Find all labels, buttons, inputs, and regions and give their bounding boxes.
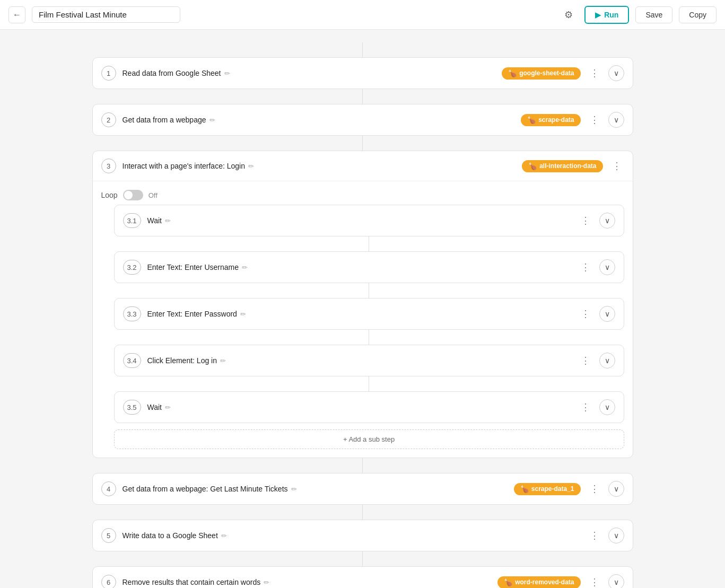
step-header-1: 1 Read data from Google Sheet ✏ 🍗 google… — [93, 58, 633, 89]
step-title-2: Get data from a webpage ✏ — [123, 116, 515, 124]
step-badge-3: 🍗 all-interaction-data — [522, 160, 602, 172]
run-icon: ▶ — [595, 11, 601, 19]
sub-step-header-3-4: 3.4 Click Element: Log in ✏ ⋮ ∨ — [115, 345, 624, 376]
step-title-6: Remove results that contain certain word… — [123, 578, 492, 586]
step-title-4: Get data from a webpage: Get Last Minute… — [123, 485, 508, 493]
step-title-3: Interact with a page's interface: Login … — [123, 162, 516, 170]
badge-icon-6: 🍗 — [504, 578, 512, 586]
sub-step-title-3-5: Wait ✏ — [147, 403, 572, 411]
step-menu-btn-1[interactable]: ⋮ — [587, 66, 602, 81]
sub-step-card-3-5: 3.5 Wait ✏ ⋮ ∨ — [114, 391, 624, 423]
sub-step-expand-btn-3-1[interactable]: ∨ — [599, 213, 615, 229]
step-header-4: 4 Get data from a webpage: Get Last Minu… — [93, 473, 633, 504]
step-expand-btn-1[interactable]: ∨ — [608, 65, 624, 81]
workflow-title-input[interactable] — [32, 6, 180, 23]
add-sub-step-label: + Add a sub step — [343, 435, 395, 443]
sub-step-menu-btn-3-1[interactable]: ⋮ — [578, 213, 593, 228]
connector-line — [362, 551, 363, 566]
add-sub-step-button[interactable]: + Add a sub step — [114, 429, 624, 449]
sub-step-title-3-4: Click Element: Log in ✏ — [147, 356, 572, 365]
step-expand-btn-6[interactable]: ∨ — [608, 574, 624, 588]
connector-3-4 — [92, 458, 633, 473]
back-button[interactable]: ← — [8, 6, 25, 23]
header: ← ⚙ ▶ Run Save Copy — [0, 0, 725, 30]
sub-step-menu-btn-3-5[interactable]: ⋮ — [578, 400, 593, 415]
sub-step-menu-btn-3-3[interactable]: ⋮ — [578, 306, 593, 321]
sub-step-header-3-5: 3.5 Wait ✏ ⋮ ∨ — [115, 392, 624, 423]
step-expand-btn-5[interactable]: ∨ — [608, 528, 624, 543]
sub-step-menu-btn-3-2[interactable]: ⋮ — [578, 260, 593, 275]
step-number-2: 2 — [101, 112, 116, 127]
connector-3-1-to-3-2 — [114, 236, 624, 251]
step-menu-btn-3[interactable]: ⋮ — [609, 159, 624, 173]
step-menu-btn-6[interactable]: ⋮ — [587, 575, 602, 588]
sub-steps-container: 3.1 Wait ✏ ⋮ ∨ 3.2 — [114, 205, 624, 449]
badge-label-1: google-sheet-data — [519, 69, 574, 77]
sub-edit-icon-3-1[interactable]: ✏ — [165, 217, 171, 225]
connector-2-3 — [92, 136, 633, 151]
step-menu-btn-2[interactable]: ⋮ — [587, 112, 602, 127]
loop-label: Loop — [101, 191, 118, 199]
edit-icon-3[interactable]: ✏ — [248, 162, 254, 170]
sub-step-header-3-2: 3.2 Enter Text: Enter Username ✏ ⋮ ∨ — [115, 252, 624, 283]
connector-3-2-to-3-3 — [114, 283, 624, 298]
connector-3-4-to-3-5 — [114, 376, 624, 391]
run-label: Run — [604, 11, 618, 19]
step-number-1: 1 — [101, 66, 116, 81]
gear-icon: ⚙ — [564, 9, 573, 21]
connector-line — [362, 458, 363, 473]
save-label: Save — [645, 11, 662, 19]
step-badge-4: 🍗 scrape-data_1 — [514, 483, 581, 495]
sub-edit-icon-3-3[interactable]: ✏ — [240, 310, 246, 318]
step-number-4: 4 — [101, 481, 116, 496]
connector-line — [362, 136, 363, 151]
step-title-5: Write data to a Google Sheet ✏ — [123, 531, 581, 540]
connector-line — [369, 283, 369, 298]
loop-toggle-state: Off — [149, 191, 158, 199]
sub-step-card-3-3: 3.3 Enter Text: Enter Password ✏ ⋮ ∨ — [114, 298, 624, 330]
sub-step-number-3-2: 3.2 — [123, 260, 141, 275]
step-title-text-3: Interact with a page's interface: Login — [123, 162, 245, 170]
sub-step-expand-btn-3-5[interactable]: ∨ — [599, 399, 615, 415]
badge-label-2: scrape-data — [538, 116, 574, 124]
run-button[interactable]: ▶ Run — [584, 6, 629, 24]
sub-step-title-text-3-3: Enter Text: Enter Password — [147, 310, 237, 318]
step-title-text-6: Remove results that contain certain word… — [123, 578, 261, 586]
step-badge-6: 🍗 word-removed-data — [497, 576, 580, 589]
step-menu-btn-4[interactable]: ⋮ — [587, 481, 602, 496]
step-number-5: 5 — [101, 528, 116, 543]
sub-step-title-text-3-1: Wait — [147, 216, 162, 225]
edit-icon-2[interactable]: ✏ — [209, 116, 215, 124]
sub-edit-icon-3-4[interactable]: ✏ — [220, 357, 226, 365]
sub-edit-icon-3-2[interactable]: ✏ — [242, 264, 248, 271]
sub-edit-icon-3-5[interactable]: ✏ — [165, 403, 171, 411]
connector-line — [362, 42, 363, 57]
step-title-text-2: Get data from a webpage — [123, 116, 206, 124]
sub-step-number-3-5: 3.5 — [123, 400, 141, 415]
save-button[interactable]: Save — [635, 6, 672, 23]
sub-step-card-3-2: 3.2 Enter Text: Enter Username ✏ ⋮ ∨ — [114, 251, 624, 283]
copy-button[interactable]: Copy — [679, 6, 717, 23]
step-badge-2: 🍗 scrape-data — [521, 114, 580, 126]
settings-button[interactable]: ⚙ — [559, 5, 578, 24]
step-header-6: 6 Remove results that contain certain wo… — [93, 567, 633, 588]
step-expand-btn-2[interactable]: ∨ — [608, 112, 624, 128]
loop-toggle-switch[interactable] — [123, 190, 143, 200]
sub-step-card-3-1: 3.1 Wait ✏ ⋮ ∨ — [114, 205, 624, 236]
edit-icon-6[interactable]: ✏ — [264, 578, 269, 586]
sub-step-expand-btn-3-4[interactable]: ∨ — [599, 353, 615, 368]
step-menu-btn-5[interactable]: ⋮ — [587, 528, 602, 543]
sub-step-menu-btn-3-4[interactable]: ⋮ — [578, 353, 593, 368]
top-connector — [92, 42, 633, 57]
sub-step-expand-btn-3-2[interactable]: ∨ — [599, 259, 615, 275]
connector-line — [369, 376, 369, 391]
loop-section: Loop Off 3.1 Wait ✏ ⋮ ∨ — [93, 181, 633, 458]
edit-icon-1[interactable]: ✏ — [224, 69, 230, 77]
edit-icon-5[interactable]: ✏ — [221, 532, 227, 540]
step-title-text-1: Read data from Google Sheet — [123, 69, 221, 77]
step-expand-btn-4[interactable]: ∨ — [608, 481, 624, 497]
badge-icon-1: 🍗 — [508, 69, 517, 77]
sub-step-expand-btn-3-3[interactable]: ∨ — [599, 306, 615, 322]
edit-icon-4[interactable]: ✏ — [291, 485, 297, 493]
main-content: 1 Read data from Google Sheet ✏ 🍗 google… — [71, 30, 654, 588]
